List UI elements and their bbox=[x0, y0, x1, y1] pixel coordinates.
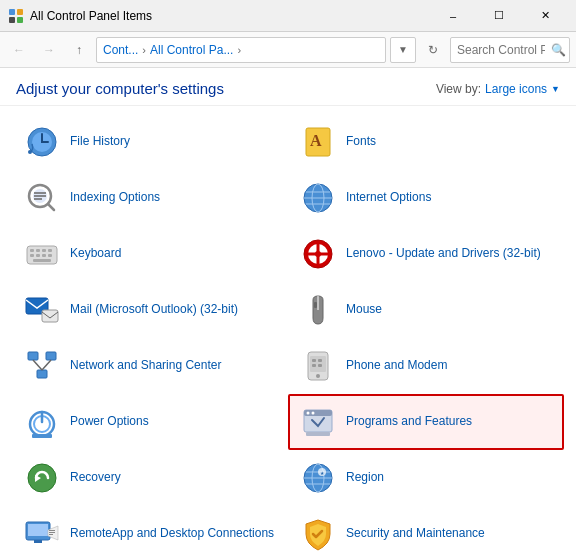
maximize-button[interactable]: ☐ bbox=[476, 0, 522, 32]
items-grid: File History A Fonts Indexing Options bbox=[4, 114, 572, 552]
cp-item-label-region[interactable]: Region bbox=[346, 470, 384, 486]
cp-item-icon-phone-modem bbox=[298, 346, 338, 386]
cp-item-label-network-sharing[interactable]: Network and Sharing Center bbox=[70, 358, 221, 374]
svg-rect-39 bbox=[37, 370, 47, 378]
cp-item-phone-modem[interactable]: Phone and Modem bbox=[288, 338, 564, 394]
cp-item-mail[interactable]: Mail (Microsoft Outlook) (32-bit) bbox=[12, 282, 288, 338]
cp-item-label-recovery[interactable]: Recovery bbox=[70, 470, 121, 486]
cp-item-fonts[interactable]: A Fonts bbox=[288, 114, 564, 170]
view-dropdown-icon[interactable]: ▼ bbox=[551, 84, 560, 94]
svg-rect-48 bbox=[318, 364, 322, 367]
svg-rect-25 bbox=[30, 254, 34, 257]
minimize-button[interactable]: – bbox=[430, 0, 476, 32]
svg-rect-21 bbox=[30, 249, 34, 252]
cp-item-label-security-maintenance[interactable]: Security and Maintenance bbox=[346, 526, 485, 542]
title-bar: All Control Panel Items – ☐ ✕ bbox=[0, 0, 576, 32]
cp-item-label-keyboard[interactable]: Keyboard bbox=[70, 246, 121, 262]
cp-item-label-file-history[interactable]: File History bbox=[70, 134, 130, 150]
svg-rect-46 bbox=[318, 359, 322, 362]
cp-item-internet-options[interactable]: Internet Options bbox=[288, 170, 564, 226]
cp-item-indexing-options[interactable]: Indexing Options bbox=[12, 170, 288, 226]
cp-item-icon-indexing-options bbox=[22, 178, 62, 218]
cp-item-remoteapp[interactable]: RemoteApp and Desktop Connections bbox=[12, 506, 288, 552]
cp-item-label-phone-modem[interactable]: Phone and Modem bbox=[346, 358, 447, 374]
svg-rect-1 bbox=[17, 9, 23, 15]
cp-item-icon-power-options bbox=[22, 402, 62, 442]
svg-point-56 bbox=[307, 412, 310, 415]
svg-rect-28 bbox=[48, 254, 52, 257]
cp-item-programs-features[interactable]: Programs and Features bbox=[288, 394, 564, 450]
cp-item-label-internet-options[interactable]: Internet Options bbox=[346, 190, 431, 206]
refresh-button[interactable]: ↻ bbox=[420, 37, 446, 63]
view-by-value[interactable]: Large icons bbox=[485, 82, 547, 96]
cp-item-recovery[interactable]: Recovery bbox=[12, 450, 288, 506]
cp-item-label-mouse[interactable]: Mouse bbox=[346, 302, 382, 318]
svg-rect-37 bbox=[28, 352, 38, 360]
forward-button[interactable]: → bbox=[36, 37, 62, 63]
svg-rect-45 bbox=[312, 359, 316, 362]
address-dropdown-button[interactable]: ▼ bbox=[390, 37, 416, 63]
cp-item-icon-mail bbox=[22, 290, 62, 330]
cp-item-label-mail[interactable]: Mail (Microsoft Outlook) (32-bit) bbox=[70, 302, 238, 318]
breadcrumb: Cont... › All Control Pa... › bbox=[103, 43, 243, 57]
svg-rect-27 bbox=[42, 254, 46, 257]
up-button[interactable]: ↑ bbox=[66, 37, 92, 63]
window-title: All Control Panel Items bbox=[30, 9, 430, 23]
svg-point-32 bbox=[315, 251, 321, 257]
svg-point-44 bbox=[316, 374, 320, 378]
svg-rect-47 bbox=[312, 364, 316, 367]
svg-rect-68 bbox=[28, 524, 48, 536]
cp-item-mouse[interactable]: Mouse bbox=[288, 282, 564, 338]
cp-item-label-fonts[interactable]: Fonts bbox=[346, 134, 376, 150]
cp-item-label-lenovo-update[interactable]: Lenovo - Update and Drivers (32-bit) bbox=[346, 246, 541, 262]
svg-point-58 bbox=[28, 464, 56, 492]
search-icon-button[interactable]: 🔍 bbox=[551, 43, 566, 57]
cp-item-label-indexing-options[interactable]: Indexing Options bbox=[70, 190, 160, 206]
svg-rect-71 bbox=[49, 530, 55, 531]
back-button[interactable]: ← bbox=[6, 37, 32, 63]
view-by-label: View by: bbox=[436, 82, 481, 96]
cp-item-label-power-options[interactable]: Power Options bbox=[70, 414, 149, 430]
cp-item-icon-mouse bbox=[298, 290, 338, 330]
svg-rect-22 bbox=[36, 249, 40, 252]
main-content: Adjust your computer's settings View by:… bbox=[0, 68, 576, 552]
breadcrumb-item-1: Cont... bbox=[103, 43, 138, 57]
cp-item-lenovo-update[interactable]: Lenovo - Update and Drivers (32-bit) bbox=[288, 226, 564, 282]
close-button[interactable]: ✕ bbox=[522, 0, 568, 32]
svg-rect-23 bbox=[42, 249, 46, 252]
svg-rect-2 bbox=[9, 17, 15, 23]
address-bar: ← → ↑ Cont... › All Control Pa... › ▼ ↻ … bbox=[0, 32, 576, 68]
svg-rect-72 bbox=[49, 532, 55, 533]
page-title: Adjust your computer's settings bbox=[16, 80, 224, 97]
svg-text:A: A bbox=[310, 132, 322, 149]
cp-item-icon-fonts: A bbox=[298, 122, 338, 162]
cp-item-icon-programs-features bbox=[298, 402, 338, 442]
cp-item-icon-file-history bbox=[22, 122, 62, 162]
svg-rect-55 bbox=[306, 432, 330, 436]
svg-line-40 bbox=[33, 360, 42, 370]
cp-item-icon-security-maintenance bbox=[298, 514, 338, 552]
svg-rect-34 bbox=[42, 310, 58, 322]
svg-rect-0 bbox=[9, 9, 15, 15]
cp-item-file-history[interactable]: File History bbox=[12, 114, 288, 170]
address-path[interactable]: Cont... › All Control Pa... › bbox=[96, 37, 386, 63]
cp-item-icon-region: ★ bbox=[298, 458, 338, 498]
cp-item-icon-remoteapp bbox=[22, 514, 62, 552]
cp-item-icon-recovery bbox=[22, 458, 62, 498]
svg-rect-38 bbox=[46, 352, 56, 360]
svg-rect-3 bbox=[17, 17, 23, 23]
cp-item-icon-keyboard bbox=[22, 234, 62, 274]
cp-item-security-maintenance[interactable]: Security and Maintenance bbox=[288, 506, 564, 552]
window-controls: – ☐ ✕ bbox=[430, 0, 568, 32]
cp-item-label-remoteapp[interactable]: RemoteApp and Desktop Connections bbox=[70, 526, 274, 542]
cp-item-network-sharing[interactable]: Network and Sharing Center bbox=[12, 338, 288, 394]
svg-rect-29 bbox=[33, 259, 51, 262]
cp-item-power-options[interactable]: Power Options bbox=[12, 394, 288, 450]
view-by-control: View by: Large icons ▼ bbox=[436, 82, 560, 96]
items-container: File History A Fonts Indexing Options bbox=[0, 106, 576, 552]
window-icon bbox=[8, 8, 24, 24]
cp-item-keyboard[interactable]: Keyboard bbox=[12, 226, 288, 282]
cp-item-region[interactable]: ★ Region bbox=[288, 450, 564, 506]
breadcrumb-item-2: All Control Pa... bbox=[150, 43, 233, 57]
cp-item-label-programs-features[interactable]: Programs and Features bbox=[346, 414, 472, 430]
